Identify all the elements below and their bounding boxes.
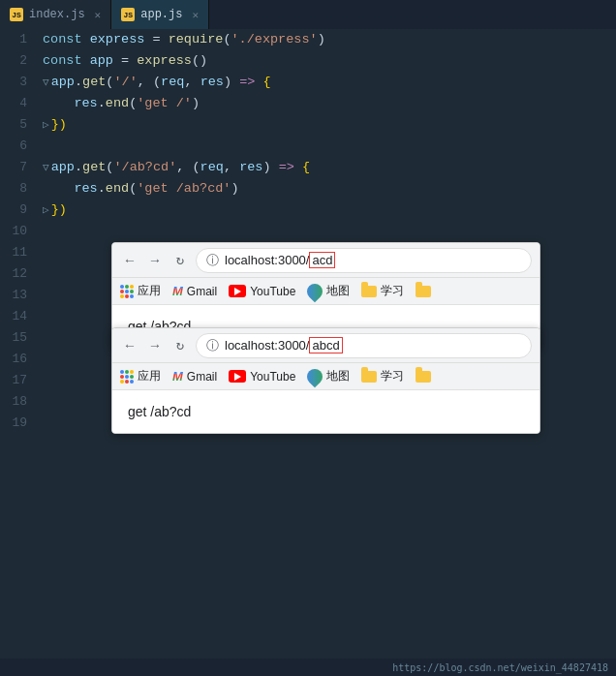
code-line-6: 6 [0,136,616,157]
bookmark-youtube[interactable]: YouTube [229,285,295,298]
address-text-2: localhost:3000/abcd [225,338,343,353]
gmail-icon-2: M [172,369,183,384]
forward-button-2[interactable]: → [145,336,165,355]
bookmark-youtube-2[interactable]: YouTube [229,370,295,384]
tab-bar: JS index.js ✕ JS app.js ✕ [0,0,616,29]
address-highlight-2: abcd [309,337,342,353]
address-bar-1[interactable]: ⓘ localhost:3000/acd [196,248,532,273]
code-lines-15-18: 15 16 17 18 ← → ↻ ⓘ localhost:3000/abcd [0,327,616,413]
bookmark-gmail-2[interactable]: M Gmail [172,369,217,384]
maps-icon [304,280,326,302]
bookmark-gmail[interactable]: M Gmail [172,284,217,298]
code-content: const express = require('./express') [39,29,616,50]
line-number: 8 [0,178,39,200]
apps-label: 应用 [138,283,161,299]
address-text: localhost:3000/acd [225,253,335,267]
tab-label: app.js [140,8,182,21]
bookmark-folder3[interactable] [416,371,431,383]
info-icon-2: ⓘ [206,337,219,354]
study-label: 学习 [381,283,404,299]
line-number: 15 [0,327,39,349]
code-content: ▽app.get('/', (req, res) => { [39,72,616,93]
youtube-play-icon-2 [234,373,241,381]
bookmark-apps-2[interactable]: 应用 [120,368,161,384]
code-area: 1 const express = require('./express') 2… [0,29,616,434]
gmail-label-2: Gmail [187,370,217,384]
apps-icon [120,285,134,298]
code-content: const app = express() [39,50,616,72]
folder-icon-2 [416,286,431,297]
line-number: 13 [0,285,39,306]
gmail-icon: M [172,284,183,298]
browser-window-2: ← → ↻ ⓘ localhost:3000/abcd 应用 [111,327,540,434]
line-number: 3 [0,72,39,93]
line-number: 19 [0,413,39,434]
line-number: 7 [0,157,39,178]
status-bar: https://blog.csdn.net/weixin_44827418 [0,659,616,676]
line-number: 12 [0,263,39,285]
gmail-label: Gmail [187,285,217,298]
bookmark-folder2[interactable] [416,286,431,297]
code-content: ▷}) [39,114,616,136]
code-content: res.end('get /') [39,93,616,114]
line-number: 4 [0,93,39,114]
bookmark-maps[interactable]: 地图 [307,283,350,299]
browser-toolbar-2: ← → ↻ ⓘ localhost:3000/abcd [112,328,539,363]
study-label-2: 学习 [381,368,404,384]
folder-icon [361,286,377,297]
bookmarks-bar-1: 应用 M Gmail YouTube 地图 [112,278,539,305]
line-number: 11 [0,242,39,263]
line-number: 5 [0,114,39,136]
bookmark-apps[interactable]: 应用 [120,283,161,299]
line-number: 2 [0,50,39,72]
back-button[interactable]: ← [120,251,139,270]
line-number: 10 [0,221,39,242]
bookmark-study-2[interactable]: 学习 [361,368,404,384]
refresh-button-2[interactable]: ↻ [170,336,190,355]
code-line-4: 4 res.end('get /') [0,93,616,114]
tab-icon: JS [10,8,23,21]
code-line-2: 2 const app = express() [0,50,616,72]
maps-label: 地图 [326,283,350,299]
info-icon: ⓘ [206,252,219,269]
youtube-label: YouTube [250,285,295,298]
tab-app-js[interactable]: JS app.js ✕ [111,0,209,29]
code-line-3: 3 ▽app.get('/', (req, res) => { [0,72,616,93]
code-line-10: 10 [0,221,616,242]
line-number: 18 [0,391,39,413]
back-button-2[interactable]: ← [120,336,139,355]
line-number: 17 [0,370,39,391]
line-number: 9 [0,200,39,221]
bookmark-study[interactable]: 学习 [361,283,404,299]
address-bar-2[interactable]: ⓘ localhost:3000/abcd [196,333,532,358]
code-line-8: 8 res.end('get /ab?cd') [0,178,616,200]
tab-label: index.js [29,8,85,21]
folder-icon-3 [361,371,377,383]
bookmark-maps-2[interactable]: 地图 [307,368,350,384]
tab-index-js[interactable]: JS index.js ✕ [0,0,111,29]
folder-icon-4 [416,371,431,383]
browser-content-2: get /ab?cd [112,390,539,433]
youtube-icon-2 [229,370,246,383]
code-lines-11-14: 11 12 13 14 ← → ↻ ⓘ localhost:3000/acd [0,242,616,327]
code-line-1: 1 const express = require('./express') [0,29,616,50]
apps-icon-2 [120,370,134,384]
youtube-play-icon [234,288,241,295]
code-content: ▷}) [39,200,616,221]
code-line-9: 9 ▷}) [0,200,616,221]
line-number: 16 [0,349,39,370]
bookmarks-bar-2: 应用 M Gmail YouTube 地图 [112,363,539,390]
code-content: res.end('get /ab?cd') [39,178,616,200]
code-line-5: 5 ▷}) [0,114,616,136]
maps-icon-2 [304,365,326,387]
refresh-button[interactable]: ↻ [170,251,190,270]
maps-label-2: 地图 [326,368,350,384]
apps-label-2: 应用 [138,368,161,384]
code-line-7: 7 ▽app.get('/ab?cd', (req, res) => { [0,157,616,178]
tab-close-icon[interactable]: ✕ [192,9,199,21]
forward-button[interactable]: → [145,251,165,270]
line-number: 14 [0,306,39,327]
code-content [39,221,616,242]
tab-close-icon[interactable]: ✕ [95,9,102,21]
line-number: 6 [0,136,39,157]
